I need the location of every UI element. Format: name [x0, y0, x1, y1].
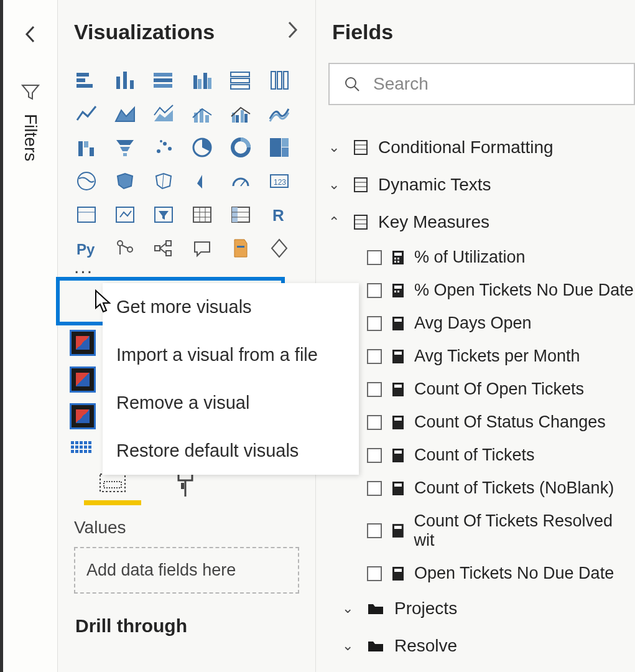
r-script-visual-icon[interactable]: R — [267, 202, 292, 227]
more-visuals-row[interactable]: ··· — [58, 267, 315, 274]
waterfall-chart-icon[interactable] — [74, 135, 99, 160]
ribbon-chart-icon[interactable] — [267, 101, 292, 126]
stacked-column-chart-icon[interactable] — [151, 68, 176, 93]
field-avg-tickets-per-month[interactable]: Avg Tickets per Month — [328, 340, 635, 373]
svg-rect-115 — [88, 441, 91, 444]
stacked-bar-chart-icon[interactable] — [74, 68, 99, 93]
shape-map-icon[interactable] — [151, 169, 176, 194]
field-pct-open-tickets-no-due[interactable]: % Open Tickets No Due Date — [328, 274, 635, 307]
menu-remove-visual[interactable]: Remove a visual — [103, 379, 359, 427]
treemap-chart-icon[interactable] — [267, 135, 292, 160]
table-label: Resolve — [394, 636, 457, 656]
filters-panel-label[interactable]: Filters — [21, 114, 40, 161]
slicer-icon[interactable] — [151, 202, 176, 227]
field-label: Count Of Open Tickets — [414, 380, 584, 399]
ellipsis-icon[interactable]: ··· — [74, 267, 93, 274]
donut-chart-icon[interactable] — [228, 135, 253, 160]
format-tab[interactable] — [174, 470, 201, 505]
svg-rect-117 — [75, 446, 78, 449]
menu-restore-default-visuals[interactable]: Restore default visuals — [103, 427, 359, 475]
values-drop-area[interactable]: Add data fields here — [74, 547, 299, 594]
checkbox[interactable] — [367, 415, 382, 430]
checkbox[interactable] — [367, 481, 382, 496]
line-chart-icon[interactable] — [74, 101, 99, 126]
stacked-area-chart-icon[interactable] — [151, 101, 176, 126]
custom-visual-grid[interactable] — [70, 440, 96, 464]
values-label: Values — [74, 518, 299, 538]
table-conditional-formatting[interactable]: ⌄ Conditional Formatting — [328, 129, 635, 166]
field-open-tickets-no-due[interactable]: Open Tickets No Due Date — [328, 557, 635, 590]
kpi-icon[interactable] — [228, 169, 253, 194]
svg-rect-70 — [104, 482, 121, 488]
collapse-arrow-left-icon[interactable] — [24, 25, 37, 48]
gauge-icon[interactable] — [190, 169, 215, 194]
field-count-tickets-resolved[interactable]: Count Of Tickets Resolved wit — [328, 505, 635, 557]
checkbox[interactable] — [367, 349, 382, 364]
custom-visual-1[interactable] — [70, 330, 96, 356]
filter-funnel-icon[interactable] — [21, 82, 40, 105]
field-count-status-changes[interactable]: Count Of Status Changes — [328, 406, 635, 439]
table-icon — [353, 139, 368, 156]
field-label: Count Of Status Changes — [414, 413, 606, 432]
checkbox[interactable] — [367, 382, 382, 397]
line-clustered-column-icon[interactable] — [228, 101, 253, 126]
field-pct-utilization[interactable]: % of Utilization — [328, 241, 635, 274]
scatter-chart-icon[interactable] — [151, 135, 176, 160]
measure-icon — [391, 566, 405, 582]
line-stacked-column-icon[interactable] — [190, 101, 215, 126]
svg-rect-116 — [71, 446, 74, 449]
measure-icon — [391, 315, 405, 332]
card-icon[interactable]: 123 — [267, 169, 292, 194]
svg-point-59 — [118, 241, 123, 246]
menu-import-visual-file[interactable]: Import a visual from a file — [103, 331, 359, 379]
svg-line-41 — [241, 180, 246, 186]
map-icon[interactable] — [74, 169, 99, 194]
matrix-icon[interactable] — [228, 202, 253, 227]
svg-rect-86 — [394, 253, 402, 256]
fields-tab[interactable] — [84, 470, 141, 505]
power-apps-icon[interactable] — [267, 236, 292, 261]
svg-rect-94 — [397, 291, 399, 292]
menu-get-more-visuals[interactable]: Get more visuals — [103, 283, 359, 331]
table-resolve[interactable]: ⌄ Resolve — [328, 627, 635, 665]
funnel-chart-icon[interactable] — [113, 135, 137, 160]
svg-point-32 — [168, 147, 172, 151]
field-avg-days-open[interactable]: Avg Days Open — [328, 307, 635, 340]
hundred-stacked-column-icon[interactable] — [267, 68, 292, 93]
qa-visual-icon[interactable] — [190, 236, 215, 261]
paginated-report-icon[interactable] — [228, 236, 253, 261]
checkbox[interactable] — [367, 566, 382, 581]
table-key-measures[interactable]: ⌃ Key Measures — [328, 203, 635, 241]
key-influencers-icon[interactable] — [113, 236, 137, 261]
custom-visual-2[interactable] — [70, 366, 96, 393]
table-icon[interactable] — [190, 202, 215, 227]
hundred-stacked-bar-icon[interactable] — [228, 68, 253, 93]
checkbox[interactable] — [367, 523, 382, 538]
fields-search-box[interactable] — [328, 63, 635, 105]
field-count-tickets-noblank[interactable]: Count of Tickets (NoBlank) — [328, 472, 635, 505]
multi-row-card-icon[interactable] — [74, 202, 99, 227]
visuals-context-menu: Get more visuals Import a visual from a … — [103, 283, 359, 475]
checkbox[interactable] — [367, 448, 382, 463]
table-dynamic-texts[interactable]: ⌄ Dynamic Texts — [328, 166, 635, 203]
python-visual-icon[interactable]: Py — [74, 236, 99, 261]
kpi-visual-icon[interactable] — [113, 202, 137, 227]
field-count-of-tickets[interactable]: Count of Tickets — [328, 439, 635, 472]
table-label: Conditional Formatting — [378, 138, 554, 157]
filled-map-icon[interactable] — [113, 169, 137, 194]
checkbox[interactable] — [367, 283, 382, 298]
area-chart-icon[interactable] — [113, 101, 137, 126]
pie-chart-icon[interactable] — [190, 135, 215, 160]
svg-rect-68 — [237, 246, 244, 248]
checkbox[interactable] — [367, 316, 382, 331]
table-projects[interactable]: ⌄ Projects — [328, 590, 635, 627]
custom-visual-3[interactable] — [70, 403, 96, 429]
decomposition-tree-icon[interactable] — [151, 236, 176, 261]
checkbox[interactable] — [367, 250, 382, 265]
measure-icon — [391, 348, 405, 365]
clustered-bar-chart-icon[interactable] — [113, 68, 137, 93]
fields-search-input[interactable] — [373, 74, 620, 94]
collapse-arrow-right-icon[interactable] — [285, 21, 299, 44]
field-count-open-tickets[interactable]: Count Of Open Tickets — [328, 373, 635, 406]
clustered-column-chart-icon[interactable] — [190, 68, 215, 93]
